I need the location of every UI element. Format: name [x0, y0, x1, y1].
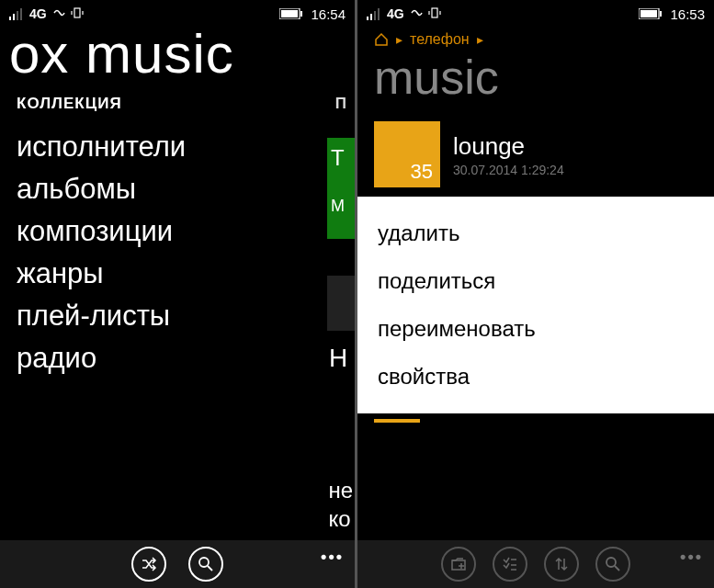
breadcrumb-item[interactable]: телефон — [410, 31, 470, 48]
home-icon[interactable] — [374, 32, 389, 47]
network-label: 4G — [387, 6, 404, 21]
svg-rect-20 — [640, 10, 657, 17]
menu-item-albums[interactable]: альбомы — [17, 168, 355, 210]
chevron-right-icon: ▸ — [477, 32, 483, 47]
svg-point-25 — [606, 558, 616, 567]
context-item-share[interactable]: поделиться — [378, 257, 694, 305]
svg-rect-21 — [660, 11, 662, 17]
breadcrumb: ▸ телефон ▸ — [357, 26, 714, 50]
folder-date: 30.07.2014 1:29:24 — [453, 163, 564, 177]
peek-text: Н — [327, 331, 355, 386]
status-bar: 4G 16:53 — [357, 0, 714, 26]
signal-icon — [367, 7, 381, 20]
folder-row[interactable]: 35 lounge 30.07.2014 1:29:24 — [357, 116, 714, 197]
phone-screen-left: 4G 16:54 ox music КОЛЛЕКЦИЯ П исполнител… — [0, 0, 355, 588]
signal-icon — [9, 7, 24, 20]
svg-rect-16 — [432, 8, 437, 17]
svg-rect-13 — [370, 14, 372, 20]
folder-name: lounge — [453, 132, 564, 161]
more-button[interactable]: ••• — [680, 548, 703, 567]
svg-rect-1 — [13, 14, 15, 20]
sort-button[interactable] — [544, 547, 579, 582]
roaming-icon — [410, 6, 423, 22]
folder-count: 35 — [411, 160, 433, 184]
menu-item-artists[interactable]: исполнители — [17, 126, 355, 168]
search-button[interactable] — [595, 547, 630, 582]
svg-point-10 — [199, 558, 209, 567]
svg-line-11 — [208, 566, 212, 571]
select-button[interactable] — [493, 547, 527, 582]
search-button[interactable] — [188, 547, 223, 582]
app-bar: ••• — [357, 540, 714, 588]
phone-screen-right: 4G 16:53 ▸ телефон ▸ music 35 lounge — [357, 0, 714, 588]
section-header-peek: П — [335, 95, 355, 113]
network-label: 4G — [29, 6, 47, 21]
peek-tile-line1: T — [331, 145, 351, 171]
vibrate-icon — [71, 6, 84, 22]
selection-indicator — [374, 419, 420, 423]
page-title: music — [357, 50, 714, 116]
svg-rect-0 — [9, 17, 11, 20]
menu-item-genres[interactable]: жанры — [17, 253, 355, 295]
more-button[interactable]: ••• — [321, 548, 344, 567]
chevron-right-icon: ▸ — [396, 32, 402, 47]
menu-item-playlists[interactable]: плей-листы — [17, 295, 355, 337]
peek-column: T M Н — [327, 138, 355, 386]
svg-rect-2 — [17, 11, 18, 20]
new-folder-button[interactable] — [441, 547, 476, 582]
folder-thumbnail: 35 — [374, 121, 440, 187]
menu-item-radio[interactable]: радио — [17, 337, 355, 379]
shuffle-button[interactable] — [131, 547, 166, 582]
svg-line-26 — [615, 566, 619, 571]
svg-rect-8 — [281, 10, 298, 17]
svg-rect-15 — [378, 8, 380, 20]
svg-rect-9 — [300, 11, 302, 17]
svg-rect-3 — [20, 8, 22, 20]
context-item-properties[interactable]: свойства — [378, 353, 694, 401]
app-bar: ••• — [0, 540, 355, 588]
clock: 16:53 — [670, 6, 705, 22]
clock: 16:54 — [311, 6, 346, 22]
roaming-icon — [52, 6, 65, 22]
svg-rect-4 — [74, 8, 80, 17]
menu-item-tracks[interactable]: композиции — [17, 210, 355, 253]
battery-icon — [639, 8, 663, 19]
peek-tile[interactable]: T M — [327, 138, 355, 239]
context-menu: удалить поделиться переименовать свойств… — [357, 197, 714, 413]
bottom-cut-text: не ко — [328, 476, 353, 533]
peek-tile-line2: M — [331, 197, 351, 216]
vibrate-icon — [428, 6, 441, 22]
context-item-rename[interactable]: переименовать — [378, 305, 694, 353]
svg-rect-14 — [374, 11, 376, 20]
collection-menu: исполнители альбомы композиции жанры пле… — [0, 126, 355, 379]
app-title: ox music — [0, 22, 355, 95]
context-item-delete[interactable]: удалить — [378, 209, 694, 257]
svg-rect-12 — [367, 17, 368, 20]
svg-rect-22 — [452, 560, 465, 570]
battery-icon — [279, 8, 303, 19]
section-header-collection[interactable]: КОЛЛЕКЦИЯ — [17, 95, 122, 113]
